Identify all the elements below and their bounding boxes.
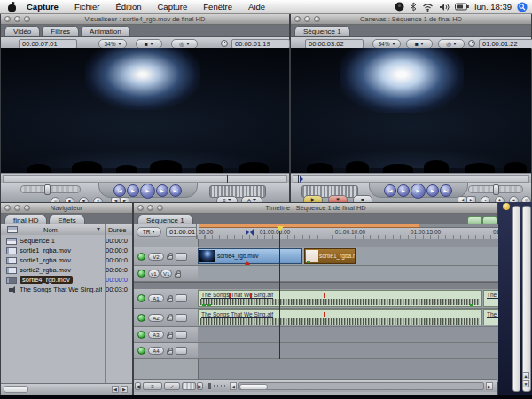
rt-popup[interactable]: TR xyxy=(137,227,161,237)
lock-icon[interactable] xyxy=(167,334,173,339)
close-button[interactable] xyxy=(4,16,11,22)
h-scrollbar[interactable] xyxy=(238,382,484,390)
menu-item-fichier[interactable]: Fichier xyxy=(66,0,108,13)
zoom-button[interactable] xyxy=(24,16,30,22)
viewer-scrubber-track[interactable] xyxy=(3,175,287,183)
track-lane-v1[interactable] xyxy=(198,266,499,282)
play-button[interactable]: ▶ xyxy=(411,184,426,199)
menu-item-aide[interactable]: Aide xyxy=(240,0,273,13)
track-dest-a3[interactable]: A3 xyxy=(148,331,164,339)
menu-item-capture[interactable]: Capture xyxy=(149,0,195,13)
track-dest-a4[interactable]: A4 xyxy=(148,347,164,355)
track-dest-v2[interactable]: V2 xyxy=(148,253,164,261)
list-item[interactable]: sortie2_rgba.mov 00:00:0 xyxy=(1,265,132,275)
track-lane-a1[interactable]: The Songs That We Sing.aif The Song xyxy=(198,289,499,309)
next-edit-button[interactable]: ▶| xyxy=(440,184,452,197)
track-enable-icon[interactable] xyxy=(137,253,145,261)
audio-clip-a2-next[interactable]: The Song xyxy=(483,309,499,325)
canvas-playhead[interactable] xyxy=(298,175,299,183)
audio-clip-a2[interactable]: The Songs That We Sing.aif xyxy=(198,309,482,325)
clip-keyframes-button[interactable]: ✓ xyxy=(164,382,180,390)
track-lane-a3[interactable] xyxy=(198,327,499,343)
shuttle-control[interactable] xyxy=(468,185,523,193)
track-enable-icon[interactable] xyxy=(137,270,145,278)
viewer-video-area[interactable] xyxy=(1,48,289,173)
battery-icon[interactable] xyxy=(455,3,469,11)
track-dest-v1[interactable]: V1 xyxy=(160,270,172,278)
auto-select-icon[interactable] xyxy=(176,347,187,355)
volume-icon[interactable] xyxy=(439,3,450,12)
scroll-up-button[interactable]: ▲ xyxy=(522,372,529,379)
column-header-nom[interactable]: Nom xyxy=(43,226,58,234)
zoom-slider-thumb[interactable] xyxy=(208,383,211,389)
audio-clip-a1[interactable]: The Songs That We Sing.aif xyxy=(198,290,482,307)
tab-video[interactable]: Vidéo xyxy=(4,26,40,36)
speaker-enable-icon[interactable] xyxy=(137,331,145,339)
sort-arrow-icon[interactable] xyxy=(97,228,100,231)
track-lane-v2[interactable]: sortie4_rgb.mov sortie1_rgba.m xyxy=(198,247,499,266)
viewer-playhead[interactable] xyxy=(227,175,228,183)
auto-select-icon[interactable] xyxy=(176,331,187,339)
shuttle-control[interactable] xyxy=(20,185,81,193)
h-scrollbar-thumb[interactable] xyxy=(239,384,268,390)
auto-select-icon[interactable] xyxy=(176,294,187,302)
scroll-right-button[interactable]: ▶ xyxy=(121,386,128,393)
bluetooth-icon[interactable] xyxy=(410,2,417,12)
column-header-duree[interactable]: Durée xyxy=(108,226,126,234)
track-lane-a2[interactable]: The Songs That We Sing.aif The Song xyxy=(198,309,499,327)
list-item[interactable]: The Songs That We Sing.aif 00:03:0 xyxy=(1,285,132,294)
track-height-button[interactable]: ≡ xyxy=(143,382,162,390)
menu-item-app[interactable]: Capture xyxy=(19,0,66,13)
play-in-to-out-button[interactable]: ▶ xyxy=(127,184,139,197)
playhead-icon[interactable] xyxy=(277,226,284,231)
timeline-titlebar[interactable]: Timeline : Séquence 1 de final HD xyxy=(134,203,497,214)
column-divider[interactable] xyxy=(105,224,106,235)
lock-icon[interactable] xyxy=(167,298,173,302)
speaker-enable-icon[interactable] xyxy=(137,347,145,355)
timeline-clip-sortie1[interactable]: sortie1_rgba.m xyxy=(304,248,356,264)
track-lane-a4[interactable] xyxy=(198,343,499,359)
shuttle-thumb[interactable] xyxy=(44,184,51,195)
minimize-button[interactable] xyxy=(14,16,20,22)
playhead-line[interactable] xyxy=(279,231,280,359)
menu-item-fenetre[interactable]: Fenêtre xyxy=(195,0,240,13)
auto-select-icon[interactable] xyxy=(176,253,187,261)
audio-clip-a1-next[interactable]: The Song xyxy=(483,290,499,307)
zoom-button[interactable] xyxy=(157,205,163,211)
list-item[interactable]: Séquence 1 00:00:0 xyxy=(1,236,132,246)
status-app-icon[interactable] xyxy=(395,2,404,12)
speaker-enable-icon[interactable] xyxy=(137,314,145,322)
scroll-down-button[interactable]: ▼ xyxy=(522,380,529,387)
track-scroll-right-button[interactable]: ▶ xyxy=(197,382,203,390)
h-scroll-right-button[interactable]: ▶ xyxy=(486,382,493,390)
track-scroll-left-button[interactable]: ◀ xyxy=(135,382,141,390)
viewer-titlebar[interactable]: Visualiseur : sortie4_rgb.mov de final H… xyxy=(1,14,289,25)
timeline-ruler[interactable]: 00:00 01:00:05:00 01:00:10:00 01:00:15:0… xyxy=(196,224,500,239)
list-item-selected[interactable]: sortie4_rgb.mov 00:00:0 xyxy=(1,275,132,285)
close-button[interactable] xyxy=(294,16,301,22)
auto-select-icon[interactable] xyxy=(176,314,187,322)
speaker-enable-icon[interactable] xyxy=(137,294,145,302)
marker-icon[interactable] xyxy=(246,229,249,236)
timeline-clip-sortie4[interactable]: sortie4_rgb.mov xyxy=(198,248,302,264)
spotlight-icon[interactable] xyxy=(517,2,528,12)
scroll-left-button[interactable]: ◀ xyxy=(112,386,119,393)
previous-edit-button[interactable]: |◀ xyxy=(384,184,396,197)
canvas-scrubber-track[interactable] xyxy=(293,175,529,183)
h-scrollbar-thumb[interactable] xyxy=(4,386,28,393)
zoom-button[interactable] xyxy=(24,205,30,211)
track-dest-a1[interactable]: A1 xyxy=(148,294,164,302)
previous-edit-button[interactable]: |◀ xyxy=(113,184,126,197)
browser-titlebar[interactable]: Navigateur xyxy=(1,203,132,214)
next-edit-button[interactable]: ▶| xyxy=(169,184,182,197)
menu-item-edition[interactable]: Édition xyxy=(107,0,149,13)
close-button[interactable] xyxy=(4,205,11,211)
minimize-button[interactable] xyxy=(304,16,310,22)
shuttle-thumb[interactable] xyxy=(493,184,499,195)
play-around-button[interactable]: ▶ xyxy=(426,184,439,197)
menu-clock[interactable]: lun. 18:39 xyxy=(474,2,512,12)
play-in-to-out-button[interactable]: ▶ xyxy=(397,184,410,197)
list-item[interactable]: sortie1_rgba.mov 00:00:0 xyxy=(1,255,132,265)
close-button[interactable] xyxy=(137,205,144,211)
lock-icon[interactable] xyxy=(167,317,173,321)
